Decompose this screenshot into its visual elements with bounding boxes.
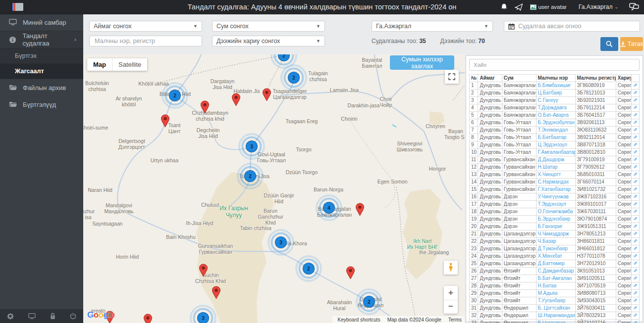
herder-search-field[interactable] [89, 36, 202, 46]
edit-pencil-icon[interactable]: ✎ [633, 142, 637, 148]
edit-pencil-icon[interactable]: ✎ [633, 120, 637, 126]
edit-pencil-icon[interactable]: ✎ [633, 135, 637, 140]
edit-pencil-icon[interactable]: ✎ [633, 276, 637, 281]
edit-pencil-icon[interactable]: ✎ [633, 164, 637, 170]
terms-link[interactable]: Terms [448, 317, 462, 323]
herder-name-link[interactable]: Б.Эрдэнэбаяр [538, 216, 571, 222]
herder-name-link[interactable]: Т.Ууганбаяр [538, 298, 566, 303]
street-view-pegman-button[interactable] [444, 261, 458, 275]
sum-border-toggle-button[interactable]: Сумын хилээр зааглах [390, 55, 454, 70]
herder-name-link[interactable]: Б..Цогтсайхан [538, 305, 570, 311]
edit-pencil-icon[interactable]: ✎ [633, 305, 637, 311]
person-select[interactable]: Га.Азжаргал ▼ [372, 21, 493, 32]
edit-pencil-icon[interactable]: ✎ [633, 209, 637, 215]
sidebar-item-records[interactable]: Бүртгэлүүд [0, 96, 83, 113]
herder-search-input[interactable] [94, 37, 198, 45]
edit-pencil-icon[interactable]: ✎ [633, 105, 637, 111]
map-red-pin-marker[interactable] [161, 114, 170, 130]
herder-name-link[interactable]: Б.Ганзориг [538, 224, 563, 229]
edit-pencil-icon[interactable]: ✎ [633, 90, 637, 96]
power-icon[interactable] [70, 313, 76, 320]
herder-name-link[interactable]: М.Адьяа [538, 290, 558, 296]
edit-pencil-icon[interactable]: ✎ [633, 112, 637, 118]
user-avatar-broken-image[interactable]: user avatar [530, 4, 572, 10]
display-icon[interactable] [28, 313, 36, 320]
herder-name-link[interactable]: С.Дамдинбазар [538, 268, 574, 274]
google-map[interactable]: Khötöl ukhaaDargataynJisa HiidBulchirkii… [83, 54, 465, 323]
herder-name-link[interactable]: О.Бат-Аварга [538, 112, 569, 118]
edit-pencil-icon[interactable]: ✎ [633, 157, 637, 163]
survey-date-input[interactable] [517, 22, 636, 30]
zoom-in-button[interactable]: + [444, 286, 458, 300]
herder-name-link[interactable]: С.Ганхүү [538, 97, 558, 103]
herder-name-link[interactable]: Б.Эрдэнэбулган [538, 120, 575, 125]
herder-name-link[interactable]: Т.Энхмандал [538, 127, 568, 133]
herder-name-link[interactable]: Д.Дашдорж [538, 157, 565, 162]
edit-pencil-icon[interactable]: ✎ [633, 194, 637, 200]
edit-pencil-icon[interactable]: ✎ [633, 83, 637, 89]
search-button[interactable] [600, 37, 618, 51]
download-button[interactable]: Татах [620, 37, 643, 51]
edit-pencil-icon[interactable]: ✎ [633, 231, 637, 237]
edit-pencil-icon[interactable]: ✎ [633, 261, 637, 267]
sidebar-subitem-list[interactable]: Жагсаалт [0, 63, 83, 79]
edit-pencil-icon[interactable]: ✎ [633, 290, 637, 296]
herder-name-link[interactable]: Ш.Наранмандах [538, 313, 576, 318]
map-red-pin-marker[interactable] [262, 88, 271, 104]
table-search-input[interactable] [469, 59, 640, 71]
map-fullscreen-button[interactable] [445, 70, 459, 84]
herder-name-link[interactable]: Ц.Батбаяр [538, 90, 562, 95]
sample-result-select[interactable]: Дээжийн хариу сонгох ▼ [212, 36, 325, 46]
map-red-pin-marker[interactable] [199, 264, 208, 279]
herder-name-link[interactable]: У.Чингүүнжав [538, 194, 569, 199]
aimag-select[interactable]: Аймаг сонгох ▼ [89, 21, 202, 32]
lock-icon[interactable] [50, 313, 55, 320]
herder-name-link[interactable]: Б.Бат-Амгалан [538, 276, 572, 281]
herder-name-link[interactable]: Д.Түмэнбаяр [538, 246, 568, 251]
edit-pencil-icon[interactable]: ✎ [633, 313, 637, 319]
herder-name-link[interactable]: О.Гончигжамба [538, 209, 573, 214]
edit-pencil-icon[interactable]: ✎ [633, 216, 637, 222]
edit-pencil-icon[interactable]: ✎ [633, 253, 637, 259]
edit-pencil-icon[interactable]: ✎ [633, 172, 637, 178]
edit-pencil-icon[interactable]: ✎ [633, 186, 637, 192]
herder-name-link[interactable]: Б.Батбаатар [538, 135, 567, 140]
edit-pencil-icon[interactable]: ✎ [633, 298, 637, 304]
edit-pencil-icon[interactable]: ✎ [633, 283, 637, 289]
user-menu-caret-icon[interactable]: ⌄ [614, 4, 618, 9]
herder-name-link[interactable]: С.Нармандах [538, 179, 569, 185]
user-name[interactable]: Га.Азжаргал [579, 3, 613, 10]
herder-name-link[interactable]: Х.Мөнхбат [538, 253, 562, 259]
herder-name-link[interactable]: Ч.Базар [538, 238, 556, 244]
map-red-pin-marker[interactable] [200, 100, 210, 116]
herder-name-link[interactable]: Т.Дорждавга [538, 105, 567, 110]
herder-name-link[interactable]: Б.Бямбахишиг [538, 83, 571, 88]
herder-name-link[interactable]: Т.Эрдэнэзул [538, 201, 566, 207]
herder-name-link[interactable]: Д.Баттөмөр [538, 261, 565, 266]
edit-pencil-icon[interactable]: ✎ [633, 238, 637, 244]
sidebar-item-surveillance[interactable]: Тандалт судалгаа › [0, 31, 83, 48]
edit-pencil-icon[interactable]: ✎ [633, 268, 637, 274]
edit-pencil-icon[interactable]: ✎ [633, 246, 637, 252]
herder-name-link[interactable]: Ц.Эрдэнэзул [538, 142, 567, 147]
herder-name-link[interactable]: Х.Чинцогт [538, 172, 561, 177]
zoom-out-button[interactable]: − [444, 300, 458, 314]
map-type-map-button[interactable]: Map [87, 58, 112, 71]
herder-name-link[interactable]: Н.Батаа [538, 283, 557, 288]
map-type-satellite-button[interactable]: Satellite [112, 58, 147, 71]
sidebar-item-file-archive[interactable]: Файлын архив [0, 79, 83, 96]
edit-pencil-icon[interactable]: ✎ [633, 201, 637, 207]
chat-messages-icon[interactable] [629, 3, 639, 11]
sum-select[interactable]: Сум сонгох ▼ [212, 21, 325, 32]
map-red-pin-marker[interactable] [212, 286, 221, 302]
map-red-pin-marker[interactable] [346, 266, 355, 282]
edit-pencil-icon[interactable]: ✎ [633, 179, 637, 185]
survey-date-field[interactable] [504, 21, 640, 32]
settings-gear-icon[interactable] [7, 313, 14, 320]
herder-name-link[interactable]: Н.Шатар [538, 164, 558, 170]
keyboard-shortcuts-link[interactable]: Keyboard shortcuts [337, 317, 380, 323]
map-red-pin-marker[interactable] [231, 93, 241, 109]
map-red-pin-marker[interactable] [355, 203, 365, 219]
herder-name-link[interactable]: Б.Цогтгэрэл [538, 320, 566, 323]
send-message-icon[interactable] [515, 3, 523, 11]
